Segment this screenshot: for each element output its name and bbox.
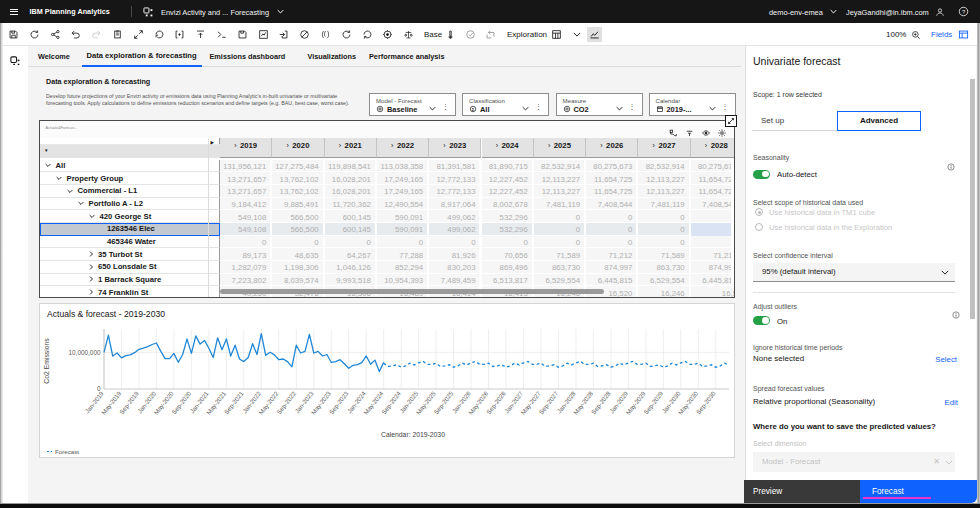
svg-text:10,000,000: 10,000,000 <box>69 349 101 356</box>
svg-text:Σ: Σ <box>472 107 475 112</box>
svg-text:Calendar: 2019-2030: Calendar: 2019-2030 <box>381 431 445 438</box>
svg-text:?: ? <box>962 9 966 15</box>
svg-text:Forecast: Forecast <box>55 448 79 455</box>
svg-text:Co2 Emissions: Co2 Emissions <box>43 338 50 384</box>
